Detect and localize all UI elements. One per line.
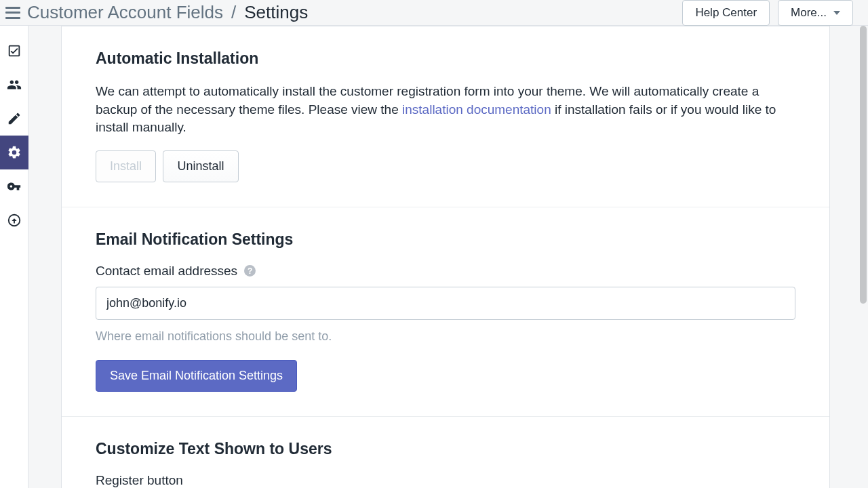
register-button-label: Register button bbox=[96, 473, 795, 488]
install-button: Install bbox=[96, 150, 156, 182]
edit-icon bbox=[7, 111, 22, 126]
uninstall-button[interactable]: Uninstall bbox=[163, 150, 238, 182]
auto-install-heading: Automatic Installation bbox=[96, 49, 795, 68]
section-auto-install: Automatic Installation We can attempt to… bbox=[62, 26, 829, 207]
topbar: Customer Account Fields / Settings Help … bbox=[0, 0, 868, 26]
auto-install-description: We can attempt to automatically install … bbox=[96, 83, 795, 137]
checkbox-icon bbox=[7, 43, 22, 58]
section-customize-text: Customize Text Shown to Users Register b… bbox=[62, 417, 829, 488]
sidebar-item-checklist[interactable] bbox=[0, 34, 28, 68]
help-center-button[interactable]: Help Center bbox=[682, 0, 770, 26]
contact-email-input[interactable] bbox=[96, 287, 795, 320]
contact-email-label-text: Contact email addresses bbox=[96, 264, 237, 279]
sidebar-item-keys[interactable] bbox=[0, 169, 28, 203]
help-icon[interactable]: ? bbox=[244, 265, 256, 277]
gear-icon bbox=[7, 145, 22, 160]
key-icon bbox=[7, 179, 22, 194]
breadcrumb-separator: / bbox=[231, 2, 236, 23]
sidebar-item-edit[interactable] bbox=[0, 102, 28, 136]
sidebar-item-customers[interactable] bbox=[0, 68, 28, 102]
topbar-left: Customer Account Fields / Settings bbox=[5, 2, 308, 23]
topbar-right: Help Center More... bbox=[682, 0, 853, 26]
users-icon bbox=[7, 77, 22, 92]
contact-email-help: Where email notifications should be sent… bbox=[96, 329, 795, 344]
breadcrumb-current: Settings bbox=[244, 2, 308, 23]
upload-circle-icon bbox=[7, 213, 22, 228]
sidebar-item-upgrade[interactable] bbox=[0, 203, 28, 237]
installation-documentation-link[interactable]: installation documentation bbox=[402, 102, 551, 117]
customize-heading: Customize Text Shown to Users bbox=[96, 440, 795, 458]
scrollbar[interactable] bbox=[860, 26, 867, 304]
main-scroll[interactable]: Automatic Installation We can attempt to… bbox=[28, 26, 857, 488]
more-button-label: More... bbox=[791, 6, 827, 20]
more-button[interactable]: More... bbox=[778, 0, 853, 26]
breadcrumb-root[interactable]: Customer Account Fields bbox=[27, 2, 223, 23]
sidebar bbox=[0, 26, 28, 488]
hamburger-icon[interactable] bbox=[5, 7, 20, 19]
email-heading: Email Notification Settings bbox=[96, 230, 795, 249]
sidebar-item-settings[interactable] bbox=[0, 136, 28, 169]
save-email-settings-button[interactable]: Save Email Notification Settings bbox=[96, 360, 297, 392]
chevron-down-icon bbox=[833, 11, 840, 15]
contact-email-label: Contact email addresses ? bbox=[96, 264, 795, 279]
section-email-notifications: Email Notification Settings Contact emai… bbox=[62, 207, 829, 417]
breadcrumb: Customer Account Fields / Settings bbox=[27, 2, 308, 23]
settings-card: Automatic Installation We can attempt to… bbox=[61, 26, 830, 488]
